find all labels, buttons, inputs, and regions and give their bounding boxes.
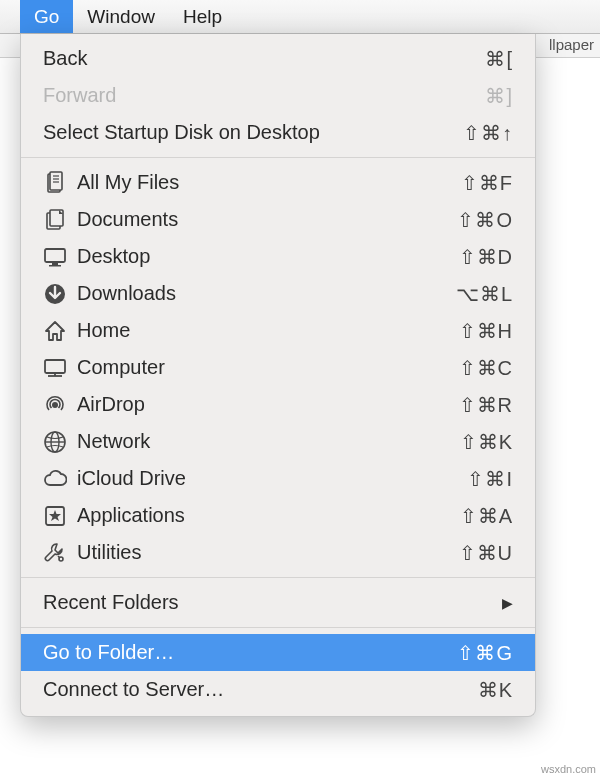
menubar-label: Go bbox=[34, 6, 59, 28]
menubar-go[interactable]: Go bbox=[20, 0, 73, 33]
desktop-icon bbox=[43, 245, 77, 269]
applications-icon bbox=[43, 504, 77, 528]
menu-label: Utilities bbox=[77, 541, 459, 564]
documents-icon bbox=[43, 208, 77, 232]
menu-separator bbox=[21, 577, 535, 578]
menu-shortcut: ⇧⌘↑ bbox=[463, 121, 513, 145]
network-icon bbox=[43, 430, 77, 454]
menu-label: Forward bbox=[43, 84, 485, 107]
downloads-icon bbox=[43, 282, 77, 306]
menu-shortcut: ⇧⌘A bbox=[460, 504, 513, 528]
menu-shortcut: ⇧⌘I bbox=[467, 467, 513, 491]
menu-desktop[interactable]: Desktop ⇧⌘D bbox=[21, 238, 535, 275]
menu-label: Select Startup Disk on Desktop bbox=[43, 121, 463, 144]
menu-forward: Forward ⌘] bbox=[21, 77, 535, 114]
submenu-arrow-icon: ▶ bbox=[502, 595, 513, 611]
menu-label: Computer bbox=[77, 356, 459, 379]
all-files-icon bbox=[43, 171, 77, 195]
menubar-label: Window bbox=[87, 6, 155, 28]
airdrop-icon bbox=[43, 393, 77, 417]
menu-utilities[interactable]: Utilities ⇧⌘U bbox=[21, 534, 535, 571]
menu-label: Recent Folders bbox=[43, 591, 502, 614]
menu-icloud[interactable]: iCloud Drive ⇧⌘I bbox=[21, 460, 535, 497]
menu-label: Go to Folder… bbox=[43, 641, 457, 664]
menu-label: Back bbox=[43, 47, 485, 70]
menu-connect-to-server[interactable]: Connect to Server… ⌘K bbox=[21, 671, 535, 708]
menu-home[interactable]: Home ⇧⌘H bbox=[21, 312, 535, 349]
menu-go-to-folder[interactable]: Go to Folder… ⇧⌘G bbox=[21, 634, 535, 671]
home-icon bbox=[43, 319, 77, 343]
menu-shortcut: ⇧⌘F bbox=[461, 171, 513, 195]
computer-icon bbox=[43, 356, 77, 380]
utilities-icon bbox=[43, 541, 77, 565]
menu-computer[interactable]: Computer ⇧⌘C bbox=[21, 349, 535, 386]
menu-label: Desktop bbox=[77, 245, 459, 268]
menu-label: Downloads bbox=[77, 282, 456, 305]
menu-shortcut: ⇧⌘G bbox=[457, 641, 513, 665]
menubar: Go Window Help bbox=[0, 0, 600, 34]
menu-back[interactable]: Back ⌘[ bbox=[21, 40, 535, 77]
menu-shortcut: ⇧⌘K bbox=[460, 430, 513, 454]
menu-label: Connect to Server… bbox=[43, 678, 478, 701]
path-fragment: llpaper bbox=[549, 36, 594, 53]
menu-separator bbox=[21, 627, 535, 628]
menu-network[interactable]: Network ⇧⌘K bbox=[21, 423, 535, 460]
menu-shortcut: ⇧⌘C bbox=[459, 356, 513, 380]
menu-shortcut: ⇧⌘R bbox=[459, 393, 513, 417]
menu-separator bbox=[21, 157, 535, 158]
icloud-icon bbox=[43, 467, 77, 491]
menu-label: All My Files bbox=[77, 171, 461, 194]
menubar-window[interactable]: Window bbox=[73, 0, 169, 33]
menubar-label: Help bbox=[183, 6, 222, 28]
menu-recent-folders[interactable]: Recent Folders ▶ bbox=[21, 584, 535, 621]
menu-shortcut: ⌘K bbox=[478, 678, 513, 702]
menu-shortcut: ⌥⌘L bbox=[456, 282, 513, 306]
menu-label: Documents bbox=[77, 208, 457, 231]
menu-applications[interactable]: Applications ⇧⌘A bbox=[21, 497, 535, 534]
go-menu-dropdown: Back ⌘[ Forward ⌘] Select Startup Disk o… bbox=[20, 34, 536, 717]
menu-downloads[interactable]: Downloads ⌥⌘L bbox=[21, 275, 535, 312]
menu-shortcut: ⇧⌘D bbox=[459, 245, 513, 269]
menu-documents[interactable]: Documents ⇧⌘O bbox=[21, 201, 535, 238]
menu-airdrop[interactable]: AirDrop ⇧⌘R bbox=[21, 386, 535, 423]
menu-shortcut: ⌘[ bbox=[485, 47, 513, 71]
menu-shortcut: ⇧⌘O bbox=[457, 208, 513, 232]
menu-label: iCloud Drive bbox=[77, 467, 467, 490]
menu-label: Applications bbox=[77, 504, 460, 527]
menu-label: Network bbox=[77, 430, 460, 453]
watermark: wsxdn.com bbox=[541, 763, 596, 775]
menu-startup-disk[interactable]: Select Startup Disk on Desktop ⇧⌘↑ bbox=[21, 114, 535, 151]
menu-shortcut: ⇧⌘H bbox=[459, 319, 513, 343]
menubar-help[interactable]: Help bbox=[169, 0, 236, 33]
menu-shortcut: ⇧⌘U bbox=[459, 541, 513, 565]
menu-label: AirDrop bbox=[77, 393, 459, 416]
menu-all-my-files[interactable]: All My Files ⇧⌘F bbox=[21, 164, 535, 201]
menu-label: Home bbox=[77, 319, 459, 342]
menu-shortcut: ⌘] bbox=[485, 84, 513, 108]
